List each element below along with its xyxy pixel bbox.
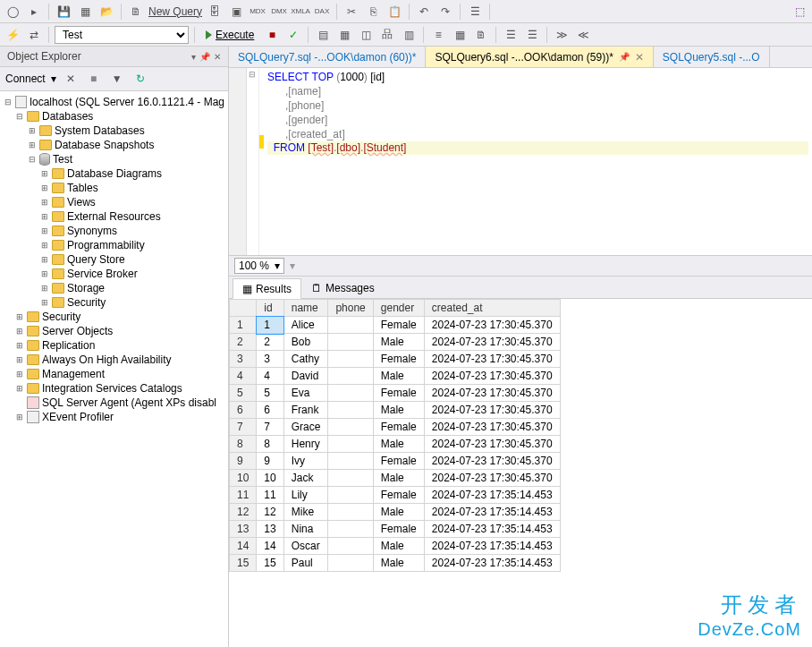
table-row[interactable]: 66FrankMale2024-07-23 17:30:45.370 <box>230 402 561 419</box>
stop-icon[interactable]: ■ <box>85 70 103 88</box>
cell[interactable] <box>328 368 373 385</box>
collapse-icon[interactable]: ⊟ <box>4 98 13 107</box>
table-row[interactable]: 1313NinaFemale2024-07-23 17:35:14.453 <box>230 521 561 538</box>
expand-icon[interactable]: ⊞ <box>27 126 37 136</box>
expand-icon[interactable]: ⊞ <box>39 169 49 179</box>
live-stats-icon[interactable]: ◫ <box>357 26 375 44</box>
cell[interactable]: Ivy <box>283 453 328 470</box>
cell[interactable]: 6 <box>230 402 257 419</box>
close-icon[interactable]: ✕ <box>635 51 644 64</box>
redo-icon[interactable]: ↷ <box>436 3 454 21</box>
table-row[interactable]: 99IvyFemale2024-07-23 17:30:45.370 <box>230 453 561 470</box>
cell[interactable]: 8 <box>257 436 283 453</box>
cell[interactable]: 11 <box>230 487 257 504</box>
cell[interactable]: Henry <box>283 436 328 453</box>
dmx-icon[interactable]: DMX <box>270 3 288 21</box>
pin-icon[interactable]: 📌 <box>619 52 630 62</box>
cell[interactable] <box>328 504 373 521</box>
cell[interactable]: Female <box>373 521 424 538</box>
ext-icon[interactable]: ⬚ <box>791 3 808 21</box>
results-text-icon[interactable]: ≡ <box>429 26 447 44</box>
cell[interactable] <box>328 419 373 436</box>
cell[interactable]: Grace <box>283 419 328 436</box>
server-child-node[interactable]: ⊞Always On High Availability <box>2 353 226 367</box>
cell[interactable] <box>328 317 373 334</box>
results-grid-icon[interactable]: ▦ <box>451 26 469 44</box>
cell[interactable] <box>328 521 373 538</box>
connect-label[interactable]: Connect <box>5 72 46 85</box>
cell[interactable] <box>328 436 373 453</box>
cell[interactable]: 2024-07-23 17:30:45.370 <box>424 402 560 419</box>
tab-query7[interactable]: SQLQuery7.sql -...OOK\damon (60))* <box>229 47 426 67</box>
cell[interactable]: Male <box>373 555 424 572</box>
parse-icon[interactable]: ✓ <box>284 26 302 44</box>
cell[interactable]: 2024-07-23 17:35:14.453 <box>424 487 560 504</box>
cell[interactable]: 7 <box>230 419 257 436</box>
analysis-icon[interactable]: ▣ <box>227 3 245 21</box>
actual-plan-icon[interactable]: ▦ <box>335 26 353 44</box>
comment-icon[interactable]: ☰ <box>502 26 520 44</box>
dropdown-icon[interactable]: ▾ <box>191 52 196 62</box>
cell[interactable]: Female <box>373 351 424 368</box>
cell[interactable]: 3 <box>257 351 283 368</box>
refresh-icon[interactable]: ↻ <box>131 70 149 88</box>
cell[interactable]: 1 <box>230 317 257 334</box>
table-row[interactable]: 1414OscarMale2024-07-23 17:35:14.453 <box>230 538 561 555</box>
table-row[interactable]: 1515PaulMale2024-07-23 17:35:14.453 <box>230 555 561 572</box>
cell[interactable]: Male <box>373 334 424 351</box>
estimated-plan-icon[interactable]: ▤ <box>314 26 332 44</box>
xevent-node[interactable]: ⊞XEvent Profiler <box>2 410 226 424</box>
cell[interactable]: 2024-07-23 17:30:45.370 <box>424 470 560 487</box>
expand-icon[interactable]: ⊞ <box>39 298 49 308</box>
connect-icon[interactable]: ⚡ <box>4 26 21 44</box>
cell[interactable]: 9 <box>257 453 283 470</box>
mdx-icon[interactable]: MDX <box>249 3 266 21</box>
collapse-icon[interactable]: ⊟ <box>249 70 257 78</box>
cell[interactable] <box>328 555 373 572</box>
expand-icon[interactable]: ⊞ <box>14 384 24 394</box>
cell[interactable]: Female <box>373 419 424 436</box>
filter-icon[interactable]: ▼ <box>108 70 126 88</box>
column-header[interactable]: gender <box>373 300 424 317</box>
cell[interactable] <box>328 402 373 419</box>
uncomment-icon[interactable]: ☰ <box>523 26 541 44</box>
cell[interactable] <box>328 487 373 504</box>
cell[interactable]: Nina <box>283 521 328 538</box>
databases-node[interactable]: ⊟Databases <box>2 109 226 123</box>
chevron-down-icon[interactable]: ▾ <box>51 72 56 85</box>
results-grid[interactable]: idnamephonegendercreated_at11AliceFemale… <box>229 299 812 647</box>
cell[interactable]: 14 <box>230 538 257 555</box>
collapse-icon[interactable]: ⊟ <box>27 155 37 165</box>
cell[interactable]: Male <box>373 402 424 419</box>
expand-icon[interactable]: ⊞ <box>14 355 24 365</box>
cell[interactable] <box>328 470 373 487</box>
expand-icon[interactable]: ⊞ <box>14 312 24 322</box>
table-row[interactable]: 77GraceFemale2024-07-23 17:30:45.370 <box>230 419 561 436</box>
db-child-node[interactable]: ⊞Security <box>2 295 226 310</box>
include-plan-icon[interactable]: 品 <box>378 26 396 44</box>
cell[interactable]: Female <box>373 453 424 470</box>
cell[interactable]: Alice <box>283 317 328 334</box>
test-db-node[interactable]: ⊟Test <box>2 152 226 166</box>
chevron-down-icon[interactable]: ▾ <box>275 260 280 272</box>
open-icon[interactable]: 📂 <box>97 3 115 21</box>
cell[interactable]: Male <box>373 436 424 453</box>
column-header[interactable]: name <box>283 300 328 317</box>
cell[interactable]: 8 <box>230 436 257 453</box>
new-query-icon[interactable]: 🗎 <box>127 3 145 21</box>
db-child-node[interactable]: ⊞External Resources <box>2 209 226 224</box>
cell[interactable]: 11 <box>257 487 283 504</box>
splitter-handle[interactable]: ▾ <box>290 260 295 272</box>
cell[interactable]: 10 <box>257 470 283 487</box>
cell[interactable]: 2024-07-23 17:30:45.370 <box>424 419 560 436</box>
db-child-node[interactable]: ⊞Views <box>2 195 226 209</box>
tab-query5[interactable]: SQLQuery5.sql -...O <box>654 47 770 67</box>
cell[interactable]: Female <box>373 317 424 334</box>
cell[interactable]: 2 <box>230 334 257 351</box>
cell[interactable]: 13 <box>257 521 283 538</box>
db-engine-icon[interactable]: 🗄 <box>206 3 224 21</box>
outline-margin[interactable]: ⊟ <box>247 68 259 255</box>
cell[interactable]: 1 <box>257 317 283 334</box>
expand-icon[interactable]: ⊞ <box>39 183 49 193</box>
cell[interactable]: 2024-07-23 17:35:14.453 <box>424 521 560 538</box>
